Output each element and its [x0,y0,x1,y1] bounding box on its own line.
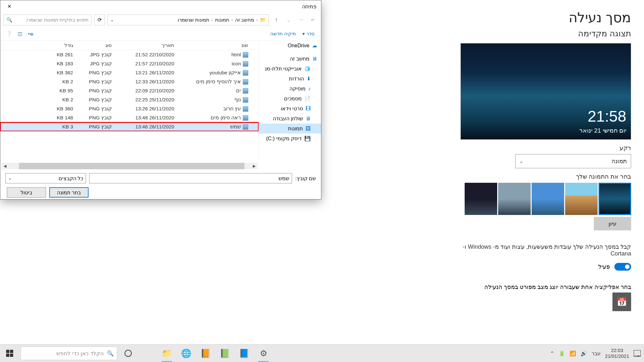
browse-button[interactable]: עיון [594,217,631,230]
explorer-app[interactable]: 📁 [157,345,176,362]
col-type[interactable]: סוג [76,42,115,48]
chevron-icon: ‹ [255,18,259,22]
view-options-icon[interactable]: ≣ ▾ [25,29,36,39]
file-row[interactable]: ים22/10/2020 22:09קובץ PNG95 KB [0,86,259,95]
tree-music[interactable]: ♪מוסיקה [259,84,321,94]
scroll-left-icon[interactable]: ◀ [2,164,8,168]
col-size[interactable]: גודל [38,42,76,48]
file-size: 3 KB [38,124,76,130]
breadcrumb[interactable]: תמונות [215,17,229,23]
col-name[interactable]: שם [177,42,251,48]
tree-this-pc[interactable]: 🖥מחשב זה [259,54,321,64]
wifi-icon[interactable]: 📶 [570,350,576,357]
tray-chevron-icon[interactable]: ⌃ [550,350,554,357]
close-button[interactable]: ✕ [2,0,17,13]
notifications-icon[interactable] [634,350,641,357]
battery-icon[interactable]: 🔋 [559,350,565,357]
horizontal-scrollbar[interactable]: ▶ ◀ [2,163,257,169]
file-date: 26/11/2020 12:33 [115,79,177,85]
filetype-select[interactable]: כל הקבצים⌄ [5,173,86,183]
background-select[interactable]: תמונה ⌄ [515,154,631,168]
excel-app[interactable]: 📗 [215,345,234,362]
thumbnail[interactable] [498,183,531,215]
file-date: 22/10/2020 21:52 [115,52,177,58]
start-button[interactable] [0,345,19,362]
file-name: icon [232,61,241,67]
tree-documents[interactable]: 📄מסמכים [259,94,321,104]
task-view-button[interactable] [138,345,157,362]
thumbnail[interactable] [465,183,497,215]
nav-forward-icon[interactable]: → [296,15,306,25]
scroll-right-icon[interactable]: ▶ [251,164,257,168]
refresh-button[interactable]: ⟳ [94,14,105,25]
file-row[interactable]: html22/10/2020 21:52קובץ JPG261 KB [0,50,259,59]
tree-3d[interactable]: 🧊אובייקטי תלת-מנ [259,64,321,74]
folder-tree[interactable]: ☁OneDrive 🖥מחשב זה 🧊אובייקטי תלת-מנ ⬇הור… [259,41,321,169]
filename-row: שם קובץ: כל הקבצים⌄ [5,173,316,183]
nav-up-icon[interactable]: ↑ [271,15,281,25]
cortana-button[interactable] [118,345,138,362]
filename-label: שם קובץ: [295,175,316,181]
file-row[interactable]: עץ חרוב26/11/2020 13:26קובץ PNG360 KB [0,104,259,113]
file-list[interactable]: html22/10/2020 21:52קובץ JPG261 KBicon22… [0,50,259,131]
new-folder-button[interactable]: תיקיה חדשה [267,31,299,37]
file-size: 183 KB [38,61,76,67]
language-indicator[interactable]: עבר [592,350,601,357]
open-button[interactable]: בחר תמונה [49,187,89,198]
detailed-app-tile[interactable]: 📅 [612,292,631,311]
thumbnail-selected[interactable] [599,183,631,215]
cancel-button[interactable]: ביטול [7,187,46,198]
file-date: 26/11/2020 13:21 [115,70,177,76]
search-placeholder: חיפוש בתיקיית תמונות שנשמרו [26,17,89,23]
thumbnail[interactable] [565,183,598,215]
powerpoint-app[interactable]: 📙 [196,345,215,362]
file-size: 360 KB [38,106,76,112]
preview-date: יום חמישי 21 ינואר [579,127,626,134]
tree-downloads[interactable]: ⬇הורדות [259,74,321,84]
tray-time: 22:03 [605,348,629,353]
background-value: תמונה [611,158,627,165]
file-size: 148 KB [38,115,76,121]
tree-pictures[interactable]: 🖼תמונות [259,124,321,134]
thumbnail[interactable] [532,183,564,215]
sort-button[interactable]: סדר ▾ [299,31,318,37]
nav-dropdown-icon[interactable]: ⌄ [284,15,293,25]
dialog-search[interactable]: חיפוש בתיקיית תמונות שנשמרו 🔍 [4,14,91,25]
file-row[interactable]: נוף25/11/2020 22:25קובץ PNG2 KB [0,95,259,104]
file-list-panel: שם תאריך סוג גודל html22/10/2020 21:52קו… [0,41,259,169]
taskbar-search[interactable]: 🔍 הקלד כאן כדי לחפש [21,347,117,360]
file-row[interactable]: איך להוסיף סימן מים26/11/2020 12:33קובץ … [0,77,259,86]
image-file-icon [243,106,248,112]
tree-local-disk[interactable]: 💾דיסק מקומי (:C) [259,134,321,144]
nav-back-icon[interactable]: ← [308,15,318,25]
file-row[interactable]: אייקון youtube26/11/2020 13:21קובץ PNG36… [0,68,259,77]
edge-app[interactable]: 🌐 [176,345,196,362]
file-row[interactable]: שמש26/11/2020 13:46קובץ PNG3 KB [0,122,259,131]
breadcrumb[interactable]: מחשב זה [235,17,254,23]
tree-label: מחשב זה [290,56,309,62]
settings-app-taskbar[interactable]: ⚙ [254,345,273,362]
toggle-switch[interactable] [614,263,631,271]
tree-videos[interactable]: 🎞סרטי וידאו [259,104,321,114]
word-app[interactable]: 📘 [234,345,254,362]
system-tray: ⌃ 🔋 📶 🔊 עבר 22:03 21/01/2021 [547,348,644,359]
address-bar[interactable]: 📁 ‹ מחשב זה ‹ תמונות ‹ תמונות שנשמרו ⌄ [108,14,269,25]
filename-input[interactable] [89,173,292,183]
col-date[interactable]: תאריך [115,42,177,48]
tree-desktop[interactable]: 🖥שולחן העבודה [259,114,321,124]
file-row[interactable]: ראה סימן מים26/11/2020 13:48קובץ PNG148 … [0,113,259,122]
preview-pane-icon[interactable]: ◫ [14,29,25,39]
scrollbar-thumb[interactable] [19,163,244,169]
tray-clock[interactable]: 22:03 21/01/2021 [605,348,629,359]
breadcrumb[interactable]: תמונות שנשמרו [178,17,209,23]
image-file-icon [243,115,248,121]
file-date: 26/11/2020 13:48 [115,115,177,121]
addr-chevron-icon[interactable]: ⌄ [110,18,114,22]
volume-icon[interactable]: 🔊 [581,350,587,357]
file-row[interactable]: icon22/10/2020 21:57קובץ JPG183 KB [0,59,259,68]
file-columns-header[interactable]: שם תאריך סוג גודל [0,41,259,50]
tree-onedrive[interactable]: ☁OneDrive [259,41,321,51]
help-icon[interactable]: ❔ [4,29,14,39]
download-icon: ⬇ [307,76,311,82]
tree-label: אובייקטי תלת-מנ [265,66,302,72]
